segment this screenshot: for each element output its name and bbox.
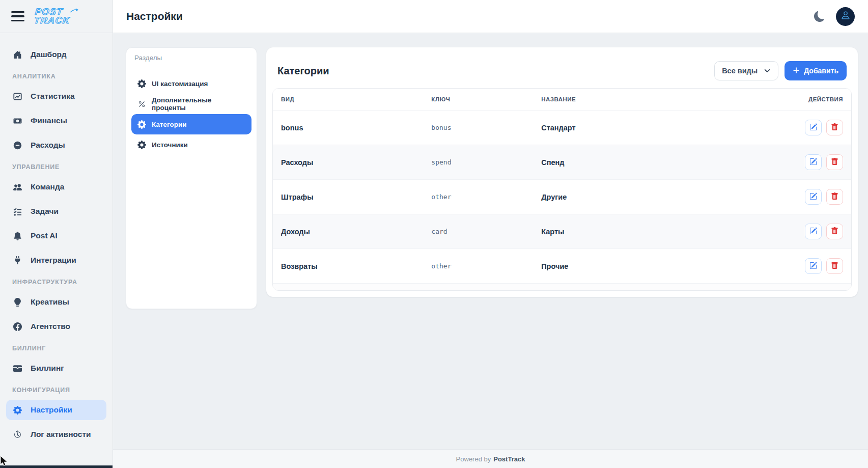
- plus-icon: [793, 67, 800, 75]
- sidebar-section-infrastructure: ИНФРАСТРУКТУРА: [12, 279, 100, 286]
- hamburger-menu-icon[interactable]: [11, 11, 24, 22]
- edit-row-button[interactable]: [805, 258, 822, 274]
- posttrack-logo[interactable]: POST TRACK: [34, 8, 71, 25]
- delete-row-button[interactable]: [826, 258, 843, 274]
- trash-icon: [831, 123, 838, 132]
- delete-row-button[interactable]: [826, 189, 843, 205]
- kind-filter-select[interactable]: Все виды: [714, 61, 778, 80]
- tasks-icon: [12, 207, 23, 216]
- sidebar-item-label: Финансы: [31, 116, 67, 125]
- gear-icon: [137, 79, 146, 88]
- sidebar-item-label: Интеграции: [31, 256, 76, 265]
- edit-icon: [809, 158, 817, 167]
- sidebar-item-post-ai[interactable]: Post AI: [6, 226, 106, 246]
- column-header-actions: ДЕЙСТВИЯ: [736, 89, 851, 111]
- edit-row-button[interactable]: [805, 154, 822, 170]
- sidebar-item-label: Дашборд: [31, 50, 67, 59]
- sidebar-item-integrations[interactable]: Интеграции: [6, 250, 106, 270]
- sidebar-item-label: Лог активности: [31, 430, 91, 439]
- table-footer-strip: [273, 283, 851, 290]
- sidebar-item-label: Расходы: [31, 141, 65, 150]
- wallet-icon: [12, 364, 23, 373]
- cell-name: Карты: [533, 214, 736, 249]
- cell-key: bonus: [423, 111, 533, 145]
- footer-brand: PostTrack: [493, 455, 525, 463]
- sidebar-item-finances[interactable]: Финансы: [6, 111, 106, 131]
- cell-name: Спенд: [533, 145, 736, 180]
- sidebar-item-expenses[interactable]: Расходы: [6, 135, 106, 155]
- cell-name: Стандарт: [533, 111, 736, 145]
- sidebar: POST TRACK Дашборд АНАЛИТИКА Статистика …: [0, 0, 113, 468]
- facebook-icon: [12, 322, 23, 331]
- edit-row-button[interactable]: [805, 189, 822, 205]
- sidebar-item-label: Креативы: [31, 297, 69, 307]
- table-row: Доходы card Карты: [273, 214, 851, 249]
- avatar[interactable]: [836, 7, 855, 26]
- user-icon: [841, 10, 851, 22]
- section-item-ui-customization[interactable]: UI кастомизация: [131, 73, 251, 94]
- sidebar-item-team[interactable]: Команда: [6, 177, 106, 197]
- sidebar-item-creatives[interactable]: Креативы: [6, 292, 106, 312]
- sidebar-item-tasks[interactable]: Задачи: [6, 201, 106, 222]
- bell-icon: [12, 232, 23, 240]
- categories-card: Категории Все виды Добавить: [266, 47, 858, 297]
- sidebar-item-billing[interactable]: Биллинг: [6, 358, 106, 378]
- delete-row-button[interactable]: [826, 120, 843, 135]
- delete-row-button[interactable]: [826, 154, 843, 170]
- sidebar-section-management: УПРАВЛЕНИЕ: [12, 163, 100, 171]
- sidebar-item-label: Агентство: [31, 322, 70, 331]
- sidebar-item-label: Настройки: [31, 405, 72, 415]
- cell-vid: Доходы: [273, 214, 423, 249]
- history-icon: [12, 430, 23, 439]
- categories-card-header: Категории Все виды Добавить: [272, 53, 852, 88]
- percent-icon: [137, 100, 146, 108]
- gear-icon: [137, 120, 146, 129]
- main-column: Настройки Разделы UI кастомизация Дополн…: [113, 0, 868, 468]
- chevron-down-icon: [764, 67, 771, 74]
- sidebar-brand-row: POST TRACK: [0, 0, 113, 33]
- edit-icon: [809, 262, 817, 271]
- cell-key: card: [423, 214, 533, 249]
- delete-row-button[interactable]: [826, 224, 843, 239]
- footer: Powered by PostTrack: [113, 449, 868, 468]
- users-icon: [12, 183, 23, 191]
- trash-icon: [831, 262, 838, 271]
- cell-key: other: [423, 180, 533, 214]
- section-item-label: UI кастомизация: [152, 80, 208, 88]
- trash-icon: [831, 227, 838, 236]
- money-icon: [12, 117, 23, 125]
- moon-icon[interactable]: [814, 11, 825, 22]
- table-row: Расходы spend Спенд: [273, 145, 851, 180]
- sidebar-item-dashboard[interactable]: Дашборд: [6, 44, 106, 65]
- content-area: Разделы UI кастомизация Дополнительные п…: [113, 33, 868, 449]
- section-item-sources[interactable]: Источники: [131, 134, 251, 155]
- edit-row-button[interactable]: [805, 120, 822, 135]
- edit-icon: [809, 227, 817, 236]
- sidebar-item-statistics[interactable]: Статистика: [6, 86, 106, 106]
- sections-panel-title: Разделы: [126, 48, 257, 68]
- sidebar-item-activity-log[interactable]: Лог активности: [6, 424, 106, 445]
- trash-icon: [831, 158, 838, 167]
- cell-name: Прочие: [533, 249, 736, 284]
- section-item-label: Категории: [152, 121, 187, 128]
- section-item-additional-percents[interactable]: Дополнительные проценты: [131, 94, 251, 114]
- sections-panel: Разделы UI кастомизация Дополнительные п…: [126, 47, 257, 309]
- cell-key: spend: [423, 145, 533, 180]
- column-header-name: НАЗВАНИЕ: [533, 89, 736, 111]
- sidebar-section-billing: БИЛЛИНГ: [12, 345, 100, 352]
- edit-row-button[interactable]: [805, 224, 822, 239]
- sidebar-item-settings[interactable]: Настройки: [6, 400, 106, 420]
- lightbulb-icon: [12, 298, 23, 307]
- sidebar-item-label: Post AI: [31, 231, 58, 240]
- cell-vid: bonus: [273, 111, 423, 145]
- cell-vid: Возвраты: [273, 249, 423, 284]
- section-item-categories[interactable]: Категории: [131, 114, 251, 134]
- sidebar-item-label: Статистика: [31, 92, 75, 101]
- section-item-label: Дополнительные проценты: [152, 96, 245, 112]
- add-category-button[interactable]: Добавить: [785, 61, 847, 80]
- table-row: Штрафы other Другие: [273, 180, 851, 214]
- sidebar-item-agency[interactable]: Агентство: [6, 316, 106, 337]
- sidebar-item-label: Задачи: [31, 207, 59, 216]
- edit-icon: [809, 123, 817, 132]
- table-row: bonus bonus Стандарт: [273, 111, 851, 145]
